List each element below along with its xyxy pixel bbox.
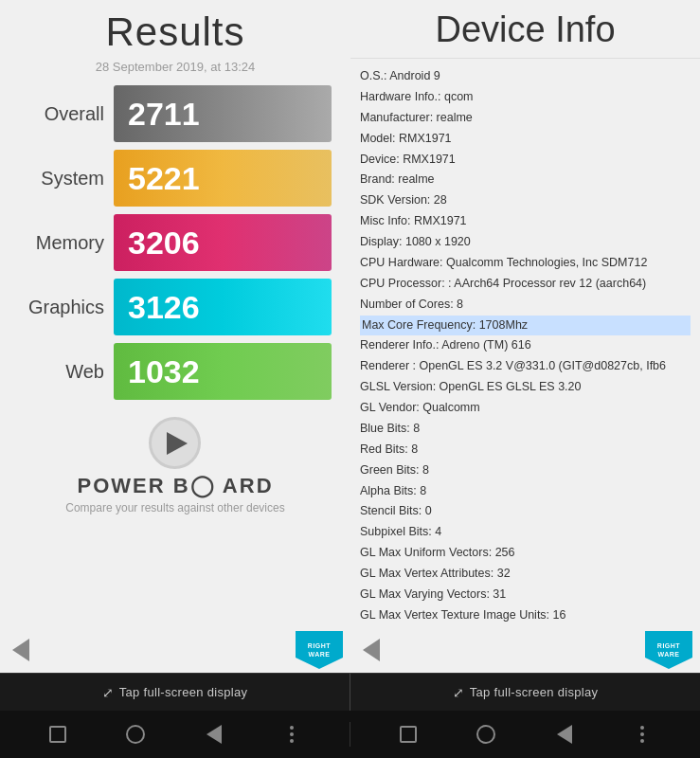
- nav-half-right: [350, 722, 700, 747]
- nav-back-icon-left: [206, 725, 222, 744]
- score-rows: Overall 2711 System 5221 Memory 3206: [0, 85, 350, 400]
- info-row-1: Hardware Info.: qcom: [360, 87, 691, 108]
- value-system: 5221: [128, 160, 200, 197]
- rightware-badge-left: RIGHTWARE: [296, 631, 343, 669]
- info-row-14: Renderer : OpenGL ES 3.2 V@331.0 (GIT@d0…: [360, 356, 691, 377]
- info-row-12: Max Core Frequency: 1708Mhz: [360, 316, 691, 336]
- nav-square-icon-left: [49, 726, 66, 743]
- nav-square-btn-left[interactable]: [45, 722, 70, 747]
- info-row-10: CPU Processor: : AArch64 Processor rev 1…: [360, 274, 691, 295]
- label-system: System: [19, 168, 104, 190]
- play-icon: [167, 432, 188, 455]
- bar-overall: 2711: [114, 85, 332, 142]
- info-row-23: GL Max Uniform Vectors: 256: [360, 543, 691, 564]
- tap-bar: ⤢ Tap full-screen display ⤢ Tap full-scr…: [0, 673, 700, 711]
- info-row-7: Misc Info: RMX1971: [360, 211, 691, 232]
- info-row-6: SDK Version: 28: [360, 190, 691, 211]
- nav-dots-icon-right: [640, 726, 644, 743]
- info-row-3: Model: RMX1971: [360, 129, 691, 150]
- score-row-graphics: Graphics 3126: [19, 279, 332, 335]
- score-row-system: System 5221: [19, 150, 332, 207]
- nav-back-btn-left[interactable]: [202, 722, 226, 747]
- nav-circle-btn-right[interactable]: [474, 722, 498, 747]
- info-row-9: CPU Hardware: Qualcomm Technologies, Inc…: [360, 253, 691, 274]
- left-scroll-arrow[interactable]: [8, 627, 34, 673]
- info-row-8: Display: 1080 x 1920: [360, 232, 691, 253]
- nav-bar: [0, 711, 700, 758]
- score-row-web: Web 1032: [19, 343, 332, 400]
- info-row-20: Alpha Bits: 8: [360, 481, 691, 502]
- info-row-4: Device: RMX1971: [360, 150, 691, 171]
- powerboard-section[interactable]: POWER B◯ ARD Compare your results agains…: [65, 417, 284, 514]
- score-row-memory: Memory 3206: [19, 214, 332, 271]
- device-info-title: Device Info: [350, 0, 700, 59]
- play-button[interactable]: [149, 417, 201, 469]
- nav-back-btn-right[interactable]: [552, 722, 577, 747]
- score-row-overall: Overall 2711: [19, 85, 332, 142]
- label-memory: Memory: [19, 232, 104, 254]
- bar-graphics: 3126: [114, 279, 332, 335]
- value-memory: 3206: [128, 225, 200, 262]
- info-row-16: GL Vendor: Qualcomm: [360, 398, 691, 419]
- info-row-22: Subpixel Bits: 4: [360, 522, 691, 543]
- label-web: Web: [19, 361, 104, 383]
- nav-square-btn-right[interactable]: [396, 722, 421, 747]
- bottom-bars: ⤢ Tap full-screen display ⤢ Tap full-scr…: [0, 673, 700, 758]
- tap-text-left: Tap full-screen display: [119, 685, 248, 699]
- info-row-25: GL Max Varying Vectors: 31: [360, 585, 691, 605]
- info-row-13: Renderer Info.: Adreno (TM) 616: [360, 335, 691, 356]
- value-overall: 2711: [128, 96, 200, 133]
- powerboard-subtitle: Compare your results against other devic…: [65, 501, 284, 514]
- device-info-list: O.S.: Android 9Hardware Info.: qcomManuf…: [350, 59, 700, 673]
- powerboard-title: POWER B◯ ARD: [77, 474, 273, 498]
- label-graphics: Graphics: [19, 297, 104, 318]
- arrow-left-icon: [12, 639, 29, 661]
- nav-circle-icon-left: [126, 725, 145, 744]
- right-panel: Device Info O.S.: Android 9Hardware Info…: [350, 0, 700, 673]
- rightware-text-right: RIGHTWARE: [657, 641, 680, 659]
- info-row-21: Stencil Bits: 0: [360, 501, 691, 522]
- info-row-15: GLSL Version: OpenGL ES GLSL ES 3.20: [360, 377, 691, 398]
- nav-back-icon-right: [557, 725, 572, 744]
- info-row-26: GL Max Vertex Texture Image Units: 16: [360, 605, 691, 626]
- info-row-0: O.S.: Android 9: [360, 66, 691, 87]
- nav-dots-btn-left[interactable]: [279, 722, 304, 747]
- label-overall: Overall: [19, 103, 104, 125]
- bar-memory: 3206: [114, 214, 332, 271]
- info-row-24: GL Max Vertex Attributes: 32: [360, 564, 691, 585]
- expand-icon-left: ⤢: [102, 685, 114, 700]
- nav-dots-btn-right[interactable]: [630, 722, 655, 747]
- info-row-11: Number of Cores: 8: [360, 295, 691, 316]
- info-row-5: Brand: realme: [360, 170, 691, 190]
- right-scroll-arrow[interactable]: [358, 627, 385, 673]
- nav-half-left: [0, 722, 350, 747]
- bar-web: 1032: [114, 343, 332, 400]
- left-bottom-bar: RIGHTWARE: [0, 627, 350, 673]
- expand-icon-right: ⤢: [453, 685, 464, 700]
- right-bottom-bar: RIGHTWARE: [350, 627, 700, 673]
- info-row-17: Blue Bits: 8: [360, 419, 691, 440]
- rightware-text-left: RIGHTWARE: [308, 641, 331, 659]
- results-date: 28 September 2019, at 13:24: [96, 60, 255, 74]
- nav-dots-icon-left: [290, 726, 294, 743]
- tap-text-right: Tap full-screen display: [470, 685, 599, 699]
- nav-square-icon-right: [400, 726, 417, 743]
- arrow-left-icon-r: [363, 639, 380, 661]
- left-panel: Results 28 September 2019, at 13:24 Over…: [0, 0, 350, 673]
- results-title: Results: [105, 9, 244, 55]
- bar-system: 5221: [114, 150, 332, 207]
- tap-section-left[interactable]: ⤢ Tap full-screen display: [0, 673, 350, 711]
- info-row-18: Red Bits: 8: [360, 440, 691, 460]
- info-row-2: Manufacturer: realme: [360, 108, 691, 129]
- tap-section-right[interactable]: ⤢ Tap full-screen display: [350, 673, 700, 711]
- rightware-badge-right: RIGHTWARE: [645, 631, 692, 669]
- info-row-19: Green Bits: 8: [360, 460, 691, 481]
- value-web: 1032: [128, 353, 200, 390]
- value-graphics: 3126: [128, 289, 200, 326]
- nav-circle-icon-right: [476, 725, 495, 744]
- nav-circle-btn-left[interactable]: [123, 722, 148, 747]
